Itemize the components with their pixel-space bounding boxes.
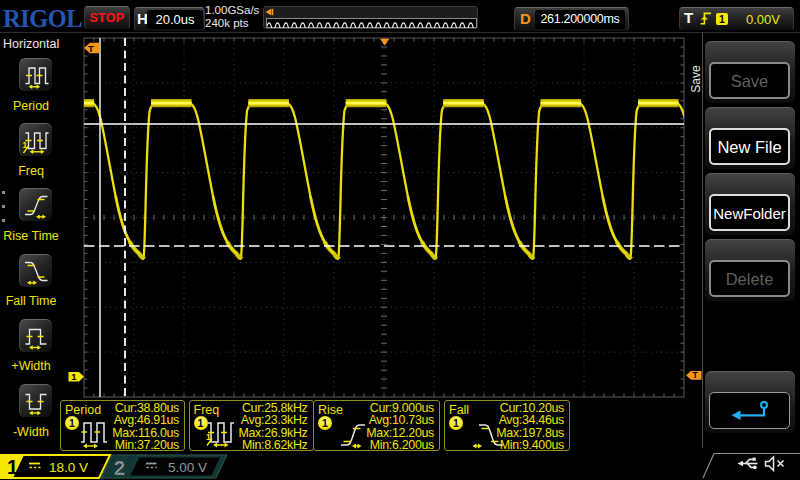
- svg-text:5.00 V: 5.00 V: [168, 460, 207, 475]
- svg-text:1: 1: [7, 456, 18, 478]
- svg-text:T: T: [692, 370, 698, 380]
- svg-text:1: 1: [71, 371, 77, 382]
- svg-text:2: 2: [114, 457, 125, 479]
- svg-text:18.0 V: 18.0 V: [49, 460, 88, 475]
- svg-text:T: T: [88, 43, 94, 54]
